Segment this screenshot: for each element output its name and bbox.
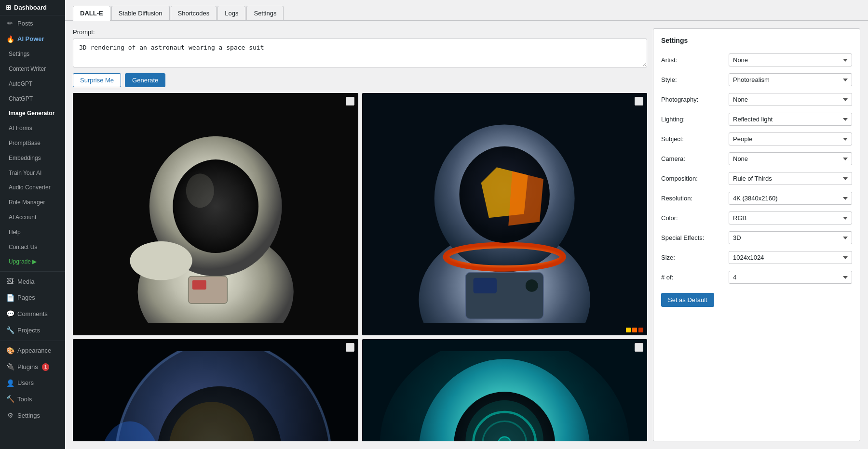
- sidebar-item-image-generator[interactable]: Image Generator: [0, 106, 65, 121]
- left-panel: Prompt: 3D rendering of an astronaut wea…: [73, 28, 653, 441]
- image-checkbox-1[interactable]: [346, 97, 354, 106]
- sidebar-train-ai-label: Train Your AI: [9, 169, 41, 177]
- sidebar-item-ai-account[interactable]: AI Account: [0, 210, 65, 225]
- sidebar-item-audio-converter[interactable]: Audio Converter: [0, 180, 65, 195]
- sidebar-item-ai-forms[interactable]: AI Forms: [0, 121, 65, 136]
- color-dot-2c: [638, 328, 643, 332]
- sidebar-help-label: Help: [9, 228, 21, 237]
- prompt-section: Prompt: 3D rendering of an astronaut wea…: [73, 28, 647, 67]
- sidebar-item-pages[interactable]: 📄 Pages: [0, 290, 65, 306]
- sidebar-item-projects[interactable]: 🔧 Projects: [0, 322, 65, 339]
- generate-button[interactable]: Generate: [125, 73, 165, 87]
- media-icon: 🖼: [6, 277, 14, 287]
- tab-shortcodes[interactable]: Shortcodes: [171, 6, 217, 20]
- settings-label-subject: Subject:: [661, 135, 724, 143]
- astronaut-image-4: [376, 351, 633, 441]
- sidebar-item-train-your-ai[interactable]: Train Your AI: [0, 166, 65, 181]
- set-as-default-button[interactable]: Set as Default: [661, 293, 714, 307]
- sidebar-item-content-writer[interactable]: Content Writer: [0, 62, 65, 77]
- sidebar-settings-main-label: Settings: [17, 411, 40, 420]
- sidebar-dashboard-label: Dashboard: [14, 4, 47, 11]
- sidebar-upgrade-label: Upgrade ▶: [9, 258, 37, 266]
- dashboard-icon: ⊞: [6, 4, 11, 11]
- settings-select-lighting[interactable]: None Reflected light Natural light Studi…: [729, 113, 852, 126]
- sidebar-item-media[interactable]: 🖼 Media: [0, 274, 65, 290]
- sidebar-settings-label: Settings: [9, 50, 29, 58]
- projects-icon: 🔧: [6, 326, 14, 335]
- sidebar-item-settings[interactable]: Settings: [0, 47, 65, 62]
- settings-label-composition: Composition:: [661, 175, 724, 182]
- sidebar-item-upgrade[interactable]: Upgrade ▶: [0, 254, 65, 269]
- astronaut-image-1: [87, 105, 344, 323]
- sidebar-appearance-label: Appearance: [17, 346, 51, 355]
- image-checkbox-3[interactable]: [346, 343, 354, 352]
- settings-select-special-effects[interactable]: None 3D HDR Cinematic: [729, 231, 852, 244]
- prompt-textarea[interactable]: 3D rendering of an astronaut wearing a s…: [73, 39, 647, 67]
- sidebar-divider-2: [0, 341, 65, 341]
- buttons-row: Surprise Me Generate: [73, 73, 647, 87]
- sidebar-ai-forms-label: AI Forms: [9, 124, 32, 132]
- svg-point-3: [186, 173, 214, 208]
- settings-select-camera[interactable]: None DSLR Film: [729, 152, 852, 165]
- image-checkbox-4[interactable]: [635, 343, 643, 352]
- sidebar-item-contact-us[interactable]: Contact Us: [0, 240, 65, 255]
- sidebar-role-manager-label: Role Manager: [9, 198, 45, 207]
- sidebar: ⊞ Dashboard ✏ Posts 🔥 AI Power Settings …: [0, 0, 65, 449]
- settings-select-composition[interactable]: None Rule of Thirds Golden Ratio Symmetr…: [729, 172, 852, 185]
- sidebar-item-role-manager[interactable]: Role Manager: [0, 195, 65, 210]
- image-checkbox-2[interactable]: [635, 97, 643, 106]
- surprise-me-button[interactable]: Surprise Me: [73, 73, 121, 87]
- svg-marker-13: [508, 171, 543, 225]
- svg-rect-15: [474, 278, 497, 293]
- sidebar-content-writer-label: Content Writer: [9, 65, 46, 73]
- tools-icon: 🔨: [6, 395, 14, 404]
- settings-label-color: Color:: [661, 214, 724, 222]
- tab-dalle[interactable]: DALL-E: [73, 6, 110, 21]
- settings-select-subject[interactable]: None People Animals Nature: [729, 132, 852, 145]
- sidebar-item-embeddings[interactable]: Embeddings: [0, 151, 65, 166]
- tab-stable-diffusion[interactable]: Stable Diffusion: [111, 6, 170, 20]
- pages-icon: 📄: [6, 293, 14, 303]
- sidebar-contact-us-label: Contact Us: [9, 243, 37, 251]
- image-grid: [73, 93, 647, 441]
- sidebar-item-help[interactable]: Help: [0, 225, 65, 240]
- sidebar-item-tools[interactable]: 🔨 Tools: [0, 391, 65, 408]
- sidebar-tools-label: Tools: [17, 395, 32, 404]
- settings-row-style: Style: Photorealism Abstract Impressioni…: [661, 71, 852, 89]
- sidebar-posts-label: Posts: [17, 19, 33, 28]
- comments-icon: 💬: [6, 309, 14, 319]
- settings-select-color[interactable]: RGB CMYK Grayscale: [729, 211, 852, 224]
- settings-row-photography: Photography: None Portrait Landscape: [661, 91, 852, 108]
- image-cell-4: [362, 339, 648, 441]
- svg-point-16: [526, 279, 538, 292]
- settings-select-photography[interactable]: None Portrait Landscape: [729, 93, 852, 106]
- image-cell-2: [362, 93, 648, 335]
- sidebar-item-plugins[interactable]: 🔌 Plugins 1: [0, 359, 65, 375]
- sidebar-header[interactable]: ⊞ Dashboard: [0, 0, 65, 15]
- tab-logs[interactable]: Logs: [217, 6, 245, 20]
- posts-icon: ✏: [6, 19, 14, 28]
- sidebar-item-chatgpt[interactable]: ChatGPT: [0, 92, 65, 106]
- sidebar-item-autogpt[interactable]: AutoGPT: [0, 77, 65, 92]
- sidebar-item-promptbase[interactable]: PromptBase: [0, 136, 65, 151]
- sidebar-item-posts[interactable]: ✏ Posts: [0, 15, 65, 32]
- sidebar-item-users[interactable]: 👤 Users: [0, 375, 65, 392]
- settings-select-num-of[interactable]: 1 2 3 4: [729, 271, 852, 284]
- sidebar-item-ai-power[interactable]: 🔥 AI Power: [0, 32, 65, 47]
- settings-row-subject: Subject: None People Animals Nature: [661, 130, 852, 148]
- sidebar-item-appearance[interactable]: 🎨 Appearance: [0, 343, 65, 359]
- sidebar-item-settings-main[interactable]: ⚙ Settings: [0, 408, 65, 424]
- settings-select-artist[interactable]: None Van Gogh Picasso: [729, 53, 852, 66]
- sidebar-item-comments[interactable]: 💬 Comments: [0, 306, 65, 322]
- image-cell-1: [73, 93, 358, 335]
- image-cell-3: [73, 339, 358, 441]
- sidebar-plugins-label: Plugins: [17, 363, 38, 371]
- settings-title: Settings: [661, 37, 852, 44]
- settings-select-size[interactable]: 256x256 512x512 1024x1024: [729, 251, 852, 264]
- settings-select-style[interactable]: Photorealism Abstract Impressionism: [729, 73, 852, 86]
- tab-settings[interactable]: Settings: [246, 6, 284, 20]
- settings-select-resolution[interactable]: 512x512 1024x1024 4K (3840x2160) 8K: [729, 192, 852, 205]
- users-icon: 👤: [6, 379, 14, 388]
- sidebar-ai-account-label: AI Account: [9, 213, 36, 222]
- settings-label-photography: Photography:: [661, 96, 724, 103]
